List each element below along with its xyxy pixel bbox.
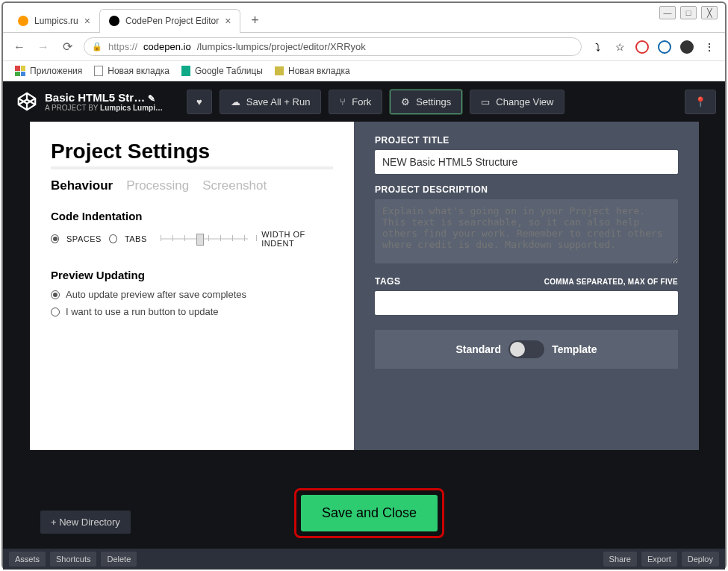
- author-link[interactable]: Lumpics Lumpi…: [100, 104, 163, 112]
- project-by-label: A PROJECT BY: [45, 104, 100, 112]
- address-input[interactable]: 🔒 https://codepen.io/lumpics-lumpics/pro…: [84, 37, 582, 56]
- pin-icon: 📍: [694, 96, 706, 107]
- project-description-textarea[interactable]: [375, 199, 678, 263]
- bookmark-item[interactable]: Google Таблицы: [181, 66, 263, 76]
- tabs-radio[interactable]: [109, 234, 117, 243]
- project-settings-modal: Project Settings Behaviour Processing Sc…: [30, 122, 699, 450]
- button-label: Save All + Run: [246, 96, 311, 107]
- bookmarks-bar: Приложения Новая вкладка Google Таблицы …: [3, 61, 725, 81]
- shortcuts-button[interactable]: Shortcuts: [50, 552, 96, 567]
- run-button-radio[interactable]: [51, 308, 60, 316]
- window-close-button[interactable]: ╳: [701, 6, 718, 19]
- tags-input[interactable]: [375, 291, 678, 315]
- apps-button[interactable]: Приложения: [15, 66, 82, 76]
- spaces-label: SPACES: [66, 234, 102, 243]
- auto-update-label: Auto update preview after save completes: [66, 289, 246, 300]
- delete-button[interactable]: Delete: [101, 552, 137, 567]
- tab-title: Lumpics.ru: [34, 16, 78, 26]
- browser-menu-icon[interactable]: ⋮: [703, 40, 716, 54]
- bookmark-label: Новая вкладка: [108, 66, 169, 76]
- deploy-button[interactable]: Deploy: [682, 552, 719, 567]
- bookmark-item[interactable]: Новая вкладка: [275, 66, 350, 76]
- sheets-icon: [181, 66, 190, 76]
- lock-icon: 🔒: [92, 42, 102, 52]
- heart-icon: ♥: [196, 96, 202, 107]
- tab-close-icon[interactable]: ×: [84, 15, 90, 27]
- globe-icon[interactable]: [658, 40, 671, 54]
- apps-icon: [15, 66, 25, 76]
- reload-button[interactable]: ⟳: [60, 40, 75, 54]
- page-icon: [275, 66, 284, 75]
- project-title-label: PROJECT TITLE: [375, 135, 678, 146]
- pin-button[interactable]: 📍: [685, 90, 716, 114]
- standard-label: Standard: [455, 343, 501, 355]
- url-scheme: https://: [108, 41, 137, 52]
- favicon-icon: [109, 16, 119, 26]
- code-indentation-heading: Code Indentation: [51, 210, 333, 222]
- template-label: Template: [552, 343, 597, 355]
- like-button[interactable]: ♥: [187, 90, 212, 114]
- layout-icon: ▭: [481, 96, 490, 107]
- opera-icon[interactable]: [635, 40, 649, 54]
- window-maximize-button[interactable]: □: [680, 6, 697, 19]
- new-tab-button[interactable]: +: [245, 11, 264, 31]
- new-directory-button[interactable]: + New Directory: [40, 511, 131, 534]
- save-and-close-button[interactable]: Save and Close: [301, 495, 438, 531]
- spaces-radio[interactable]: [51, 234, 59, 243]
- modal-tabs: Behaviour Processing Screenshot: [51, 178, 333, 193]
- button-label: Settings: [416, 96, 451, 107]
- tags-hint: COMMA SEPARATED, MAX OF FIVE: [544, 278, 678, 286]
- cloud-icon: ☁: [231, 96, 240, 107]
- bookmark-label: Новая вкладка: [288, 66, 350, 76]
- gear-icon: ⚙: [401, 96, 410, 107]
- fork-button[interactable]: ⑂Fork: [329, 90, 382, 114]
- auto-update-radio[interactable]: [51, 290, 60, 299]
- favicon-icon: [18, 16, 28, 26]
- codepen-logo-icon[interactable]: [12, 87, 42, 116]
- save-all-run-button[interactable]: ☁Save All + Run: [220, 90, 322, 114]
- tab-codepen[interactable]: CodePen Project Editor ×: [99, 9, 241, 33]
- template-toggle[interactable]: [508, 340, 544, 358]
- preview-updating-heading: Preview Updating: [51, 269, 333, 281]
- tab-close-icon[interactable]: ×: [225, 15, 231, 27]
- tab-lumpics[interactable]: Lumpics.ru ×: [9, 9, 99, 33]
- apps-label: Приложения: [30, 66, 82, 76]
- bookmark-item[interactable]: Новая вкладка: [94, 66, 169, 76]
- url-host: codepen.io: [143, 41, 191, 52]
- translate-icon[interactable]: ⤵: [591, 40, 604, 54]
- button-label: Change View: [496, 96, 553, 107]
- codepen-header: Basic HTML5 Str… ✎ A PROJECT BY Lumpics …: [3, 81, 725, 122]
- template-toggle-card: Standard Template: [375, 330, 678, 369]
- tab-behaviour[interactable]: Behaviour: [51, 178, 113, 193]
- indent-width-slider[interactable]: [161, 232, 248, 246]
- bookmark-label: Google Таблицы: [195, 66, 263, 76]
- window-minimize-button[interactable]: —: [659, 6, 676, 19]
- bottom-toolbar: Assets Shortcuts Delete Share Export Dep…: [3, 549, 725, 570]
- tab-processing[interactable]: Processing: [126, 178, 189, 193]
- tab-title: CodePen Project Editor: [125, 16, 219, 26]
- tab-screenshot[interactable]: Screenshot: [202, 178, 267, 193]
- modal-title: Project Settings: [51, 140, 333, 163]
- slider-thumb[interactable]: [196, 234, 204, 246]
- document-icon: [94, 66, 103, 76]
- button-label: Fork: [352, 96, 371, 107]
- assets-button[interactable]: Assets: [9, 552, 46, 567]
- project-title-input[interactable]: [375, 150, 678, 174]
- run-button-label: I want to use a run button to update: [66, 306, 219, 317]
- bookmark-star-icon[interactable]: ☆: [613, 40, 626, 54]
- export-button[interactable]: Export: [641, 552, 677, 567]
- divider: [51, 166, 333, 169]
- tabs-label: TABS: [125, 234, 147, 243]
- project-description-label: PROJECT DESCRIPTION: [375, 184, 678, 195]
- change-view-button[interactable]: ▭Change View: [470, 90, 564, 114]
- forward-button[interactable]: →: [36, 40, 51, 54]
- project-title: Basic HTML5 Str…: [45, 91, 145, 104]
- share-button[interactable]: Share: [603, 552, 637, 567]
- back-button[interactable]: ←: [12, 40, 27, 54]
- tags-label: TAGS: [375, 276, 400, 287]
- settings-button[interactable]: ⚙Settings: [390, 90, 462, 114]
- browser-tabs: Lumpics.ru × CodePen Project Editor × +: [3, 3, 725, 33]
- url-path: /lumpics-lumpics/project/editor/XRRyok: [197, 41, 366, 52]
- edit-title-icon[interactable]: ✎: [148, 93, 155, 104]
- profile-avatar[interactable]: [680, 40, 694, 54]
